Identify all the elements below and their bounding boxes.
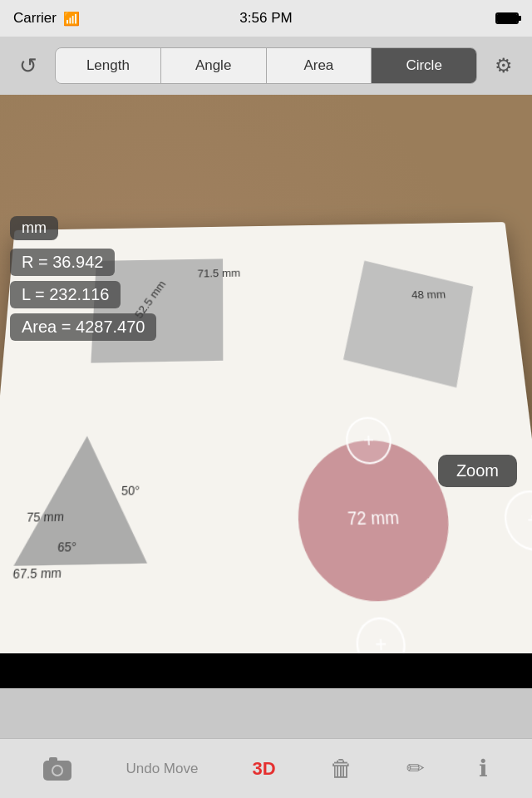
- trash-icon: 🗑: [330, 755, 353, 782]
- tab-length[interactable]: Length: [56, 48, 161, 83]
- label-715mm: 71.5 mm: [197, 267, 240, 280]
- refresh-button[interactable]: ↺: [10, 47, 47, 84]
- main-circle: 72 mm: [296, 439, 456, 603]
- circle-control-right[interactable]: +: [501, 490, 532, 551]
- status-bar: Carrier 📶 3:56 PM: [0, 0, 532, 37]
- label-48mm: 48 mm: [411, 288, 446, 301]
- label-675mm: 67.5 mm: [12, 565, 62, 582]
- bottom-toolbar: Undo Move 3D 🗑 ✏ ℹ: [0, 738, 532, 798]
- settings-icon: ⚙: [495, 54, 513, 77]
- area-display: Area = 4287.470: [10, 313, 156, 341]
- length-display: L = 232.116: [10, 281, 121, 308]
- tab-angle[interactable]: Angle: [161, 48, 267, 83]
- info-icon: ℹ: [479, 755, 488, 782]
- time-label: 3:56 PM: [239, 10, 292, 27]
- edit-button[interactable]: ✏: [406, 756, 425, 781]
- gray-strip: [0, 688, 532, 738]
- info-button[interactable]: ℹ: [479, 755, 488, 782]
- zoom-button[interactable]: Zoom: [438, 455, 517, 487]
- circle-control-bottom[interactable]: +: [355, 617, 407, 653]
- threed-label: 3D: [252, 758, 275, 780]
- refresh-icon: ↺: [19, 53, 37, 79]
- wifi-icon: 📶: [63, 11, 80, 27]
- undo-move-button[interactable]: Undo Move: [126, 761, 198, 777]
- camera-view: 52.5 mm 71.5 mm 48 mm 75 mm 50° 65° 67.5…: [0, 95, 532, 653]
- rectangle-right: [343, 261, 473, 388]
- circle-label: 72 mm: [347, 507, 399, 530]
- tab-area[interactable]: Area: [267, 48, 372, 83]
- toolbar: ↺ Length Angle Area Circle ⚙: [0, 37, 532, 95]
- measurement-tabs: Length Angle Area Circle: [55, 47, 477, 84]
- radius-display: R = 36.942: [10, 249, 115, 276]
- plus-icon-right: +: [526, 509, 532, 532]
- overlay-measurements: mm R = 36.942 L = 232.116 Area = 4287.47…: [0, 211, 166, 351]
- edit-icon: ✏: [406, 756, 425, 781]
- label-50deg: 50°: [121, 483, 140, 498]
- battery-icon: [495, 12, 519, 24]
- tab-circle[interactable]: Circle: [372, 48, 476, 83]
- plus-icon-top: +: [362, 430, 374, 451]
- plus-icon-bottom: +: [374, 632, 387, 653]
- undo-move-label: Undo Move: [126, 761, 198, 777]
- threed-button[interactable]: 3D: [252, 758, 275, 780]
- camera-icon: [43, 757, 71, 781]
- carrier-label: Carrier: [13, 10, 57, 27]
- triangle-shape: [13, 435, 150, 566]
- unit-badge: mm: [10, 216, 58, 240]
- label-65deg: 65°: [57, 539, 77, 554]
- settings-button[interactable]: ⚙: [485, 47, 522, 84]
- delete-button[interactable]: 🗑: [330, 755, 353, 782]
- camera-button[interactable]: [43, 757, 71, 781]
- label-75mm: 75 mm: [26, 509, 64, 525]
